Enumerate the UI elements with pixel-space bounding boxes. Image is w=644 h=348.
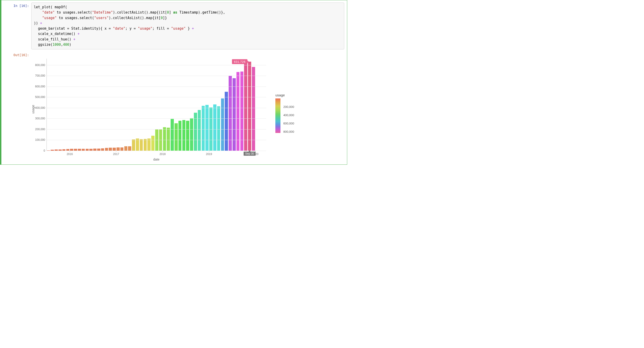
gridline	[46, 129, 266, 129]
bar[interactable]	[209, 107, 212, 151]
legend: usage 200,000400,000600,000800,000	[276, 93, 312, 133]
bar[interactable]	[109, 148, 112, 151]
x-tick-mark	[209, 151, 209, 152]
notebook-cell-selected: In [16]: let_plot( mapOf( "date" to usag…	[0, 0, 347, 165]
legend-ticks: 200,000400,000600,000800,000	[283, 98, 302, 133]
bar[interactable]	[70, 149, 73, 151]
x-axis-ticks: 20162017201820192020	[34, 151, 266, 157]
bar[interactable]	[86, 149, 89, 151]
bar[interactable]	[221, 98, 224, 151]
bar[interactable]	[120, 147, 124, 151]
bar[interactable]	[147, 138, 150, 151]
bar[interactable]	[82, 149, 85, 151]
bar[interactable]	[74, 149, 77, 151]
output-row: Out[16]: usage 0100,000200,000300,000400…	[4, 52, 344, 160]
bar[interactable]	[170, 119, 174, 151]
gridline	[46, 118, 266, 119]
bar[interactable]	[202, 106, 205, 151]
x-tick-label: 2018	[160, 152, 166, 156]
bar[interactable]	[174, 123, 178, 151]
bar[interactable]	[124, 146, 127, 151]
bar[interactable]	[151, 136, 154, 151]
bar[interactable]	[97, 149, 100, 151]
bar[interactable]	[136, 138, 139, 151]
bar[interactable]	[128, 146, 131, 151]
bar[interactable]	[252, 67, 255, 151]
bars-container	[46, 59, 259, 151]
bar[interactable]	[182, 120, 185, 151]
bar[interactable]	[116, 147, 120, 151]
bar[interactable]	[248, 62, 251, 151]
legend-tick-label: 600,000	[283, 122, 294, 125]
bar[interactable]	[213, 104, 216, 151]
gridline	[46, 140, 266, 140]
y-tick-label: 400,000	[35, 106, 45, 109]
y-axis-ticks: 0100,000200,000300,000400,000500,000600,…	[34, 59, 46, 151]
legend-title: usage	[276, 93, 312, 97]
bar[interactable]	[78, 149, 81, 151]
bar[interactable]	[240, 71, 243, 151]
tooltip: 831.726	[232, 59, 248, 64]
y-tick-label: 200,000	[35, 128, 45, 131]
bar[interactable]	[236, 72, 240, 151]
bar[interactable]	[190, 118, 193, 151]
y-tick-label: 100,000	[35, 138, 45, 141]
out-prefix: Out[	[14, 53, 22, 57]
code-input[interactable]: let_plot( mapOf( "date" to usages.select…	[31, 2, 344, 49]
x-tick-label: 2016	[66, 152, 73, 156]
in-count: 16	[21, 4, 25, 7]
bar[interactable]	[89, 149, 92, 151]
bar[interactable]	[206, 105, 208, 151]
bar[interactable]	[93, 149, 96, 151]
y-tick-label: 300,000	[35, 117, 45, 120]
y-tick-label: 500,000	[35, 95, 45, 99]
x-hover-tag: Sep 30	[244, 152, 256, 156]
legend-gradient	[276, 98, 280, 133]
bar[interactable]	[167, 128, 170, 151]
legend-tick-label: 800,000	[283, 130, 294, 133]
gridline	[46, 76, 266, 76]
bar[interactable]	[140, 139, 143, 151]
y-tick-label: 800,000	[35, 63, 45, 67]
x-tick-label: 2019	[206, 152, 212, 156]
x-tick-mark	[116, 151, 116, 152]
bar[interactable]	[112, 148, 116, 151]
bar[interactable]	[144, 139, 147, 151]
bar[interactable]	[101, 148, 104, 151]
legend-tick-label: 200,000	[283, 105, 294, 109]
legend-tick-label: 400,000	[283, 113, 294, 117]
x-tick-mark	[162, 151, 163, 152]
bar[interactable]	[66, 149, 69, 151]
out-count: 16	[21, 53, 25, 57]
bar[interactable]	[217, 106, 220, 151]
x-tick-label: 2017	[113, 152, 119, 156]
out-suffix: ]:	[25, 53, 29, 57]
bar[interactable]	[186, 121, 189, 151]
input-row: In [16]: let_plot( mapOf( "date" to usag…	[4, 2, 344, 49]
gridline	[46, 151, 266, 151]
y-tick-label: 600,000	[35, 85, 45, 88]
y-tick-label: 700,000	[35, 74, 45, 77]
output-prompt: Out[16]:	[4, 52, 31, 57]
in-prefix: In [	[14, 4, 22, 7]
gridline	[46, 108, 266, 108]
x-tick-mark	[70, 151, 70, 152]
output-body: usage 0100,000200,000300,000400,000500,0…	[31, 52, 344, 160]
input-prompt: In [16]:	[4, 2, 31, 7]
bar[interactable]	[229, 76, 232, 151]
bar[interactable]	[225, 92, 228, 151]
plot-area[interactable]: usage 0100,000200,000300,000400,000500,0…	[34, 59, 266, 160]
chart: usage 0100,000200,000300,000400,000500,0…	[31, 59, 312, 160]
bar[interactable]	[244, 63, 247, 151]
bar[interactable]	[198, 110, 201, 151]
in-suffix: ]:	[25, 4, 29, 7]
gridline	[46, 86, 266, 87]
bar[interactable]	[178, 121, 182, 151]
bar[interactable]	[105, 148, 108, 151]
x-axis-label: date	[153, 158, 159, 161]
bar[interactable]	[132, 139, 135, 151]
bar[interactable]	[163, 127, 166, 151]
